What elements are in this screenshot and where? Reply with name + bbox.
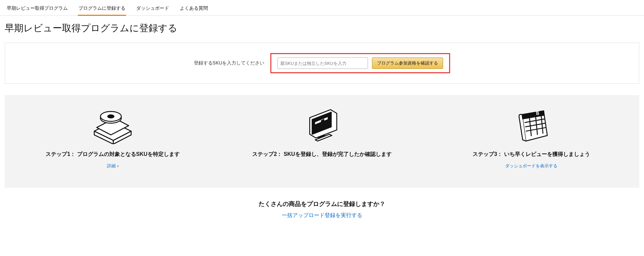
step-3-dashboard-link[interactable]: ダッシュボードを表示する: [505, 163, 557, 169]
step-1-details-link[interactable]: 詳細 ▾: [107, 163, 119, 169]
step-1-details-text: 詳細: [107, 163, 116, 169]
bulk-upload-question: たくさんの商品をプログラムに登録しますか？: [0, 200, 644, 208]
books-cd-icon: [11, 107, 214, 144]
calendar-icon: 8: [430, 107, 633, 144]
sku-input-panel: 登録するSKUを入力してください プログラム参加資格を確認する: [5, 43, 639, 84]
tab-bar: 早期レビュー取得プログラム プログラムに登録する ダッシュボード よくある質問: [0, 0, 644, 16]
tab-program-overview[interactable]: 早期レビュー取得プログラム: [6, 3, 68, 15]
bulk-upload-link[interactable]: 一括アップロード登録を実行する: [0, 212, 644, 219]
step-1-title: ステップ1： プログラムの対象となるSKUを特定します: [11, 150, 214, 158]
tab-dashboard[interactable]: ダッシュボード: [136, 3, 170, 15]
step-1: ステップ1： プログラムの対象となるSKUを特定します 詳細 ▾: [11, 107, 214, 169]
page-title: 早期レビュー取得プログラムに登録する: [0, 16, 644, 41]
tab-faq[interactable]: よくある質問: [179, 3, 209, 15]
step-3: 8 ステップ3： いち早くレビューを獲得しましょう ダッシュボードを表示する: [430, 107, 633, 169]
highlighted-input-group: プログラム参加資格を確認する: [270, 53, 450, 73]
svg-point-2: [108, 115, 114, 118]
tab-register[interactable]: プログラムに登録する: [78, 3, 126, 15]
steps-panel: ステップ1： プログラムの対象となるSKUを特定します 詳細 ▾ ステップ2： …: [5, 95, 639, 188]
svg-text:8: 8: [536, 110, 540, 116]
sku-input[interactable]: [277, 57, 368, 69]
chevron-down-icon: ▾: [117, 164, 119, 168]
step-3-title: ステップ3： いち早くレビューを獲得しましょう: [430, 150, 633, 158]
monitor-icon: [221, 107, 423, 144]
check-eligibility-button[interactable]: プログラム参加資格を確認する: [372, 57, 443, 69]
bulk-upload-cta: たくさんの商品をプログラムに登録しますか？ 一括アップロード登録を実行する: [0, 188, 644, 232]
step-2-title: ステップ2： SKUを登録し、登録が完了したか確認します: [221, 150, 423, 158]
step-2: ステップ2： SKUを登録し、登録が完了したか確認します: [221, 107, 423, 169]
sku-input-label: 登録するSKUを入力してください: [194, 60, 265, 66]
